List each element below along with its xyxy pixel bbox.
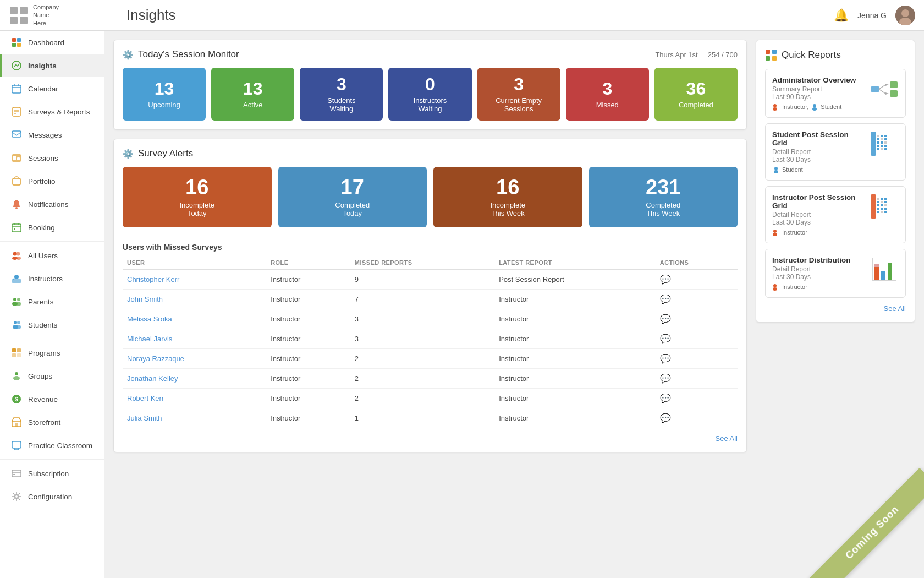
sidebar-item-booking[interactable]: Booking <box>0 216 104 239</box>
action-message-icon[interactable]: 💬 <box>660 275 671 284</box>
tile-active[interactable]: 13 Active <box>211 68 294 121</box>
svg-point-51 <box>13 376 20 380</box>
sidebar-item-calendar[interactable]: Calendar <box>0 77 104 100</box>
user-link[interactable]: Melissa Sroka <box>127 315 172 323</box>
tile-instructors-waiting[interactable]: 0 InstructorsWaiting <box>388 68 471 121</box>
action-message-icon[interactable]: 💬 <box>660 413 671 423</box>
user-link[interactable]: Julia Smith <box>127 414 162 422</box>
tile-empty-sessions-number: 3 <box>514 75 524 93</box>
qr-item-admin-overview[interactable]: Administrator Overview Summary Report La… <box>765 69 906 118</box>
see-all-surveys[interactable]: See All <box>123 433 738 443</box>
svg-rect-94 <box>884 141 887 144</box>
sidebar-item-portfolio[interactable]: Portfolio <box>0 170 104 193</box>
svg-point-97 <box>773 230 777 233</box>
qr-item-admin-days: Last 90 Days <box>772 93 866 101</box>
sidebar-label-practice: Practice Classroom <box>28 441 92 450</box>
quick-reports-card: Quick Reports Administrator Overview Sum… <box>756 40 915 323</box>
action-message-icon[interactable]: 💬 <box>660 394 671 403</box>
cell-latest: Instructor <box>494 369 656 389</box>
qr-item-instructor-dist[interactable]: Instructor Distribution Detail Report La… <box>765 249 906 298</box>
groups-icon <box>10 370 23 382</box>
sidebar-item-notifications[interactable]: Notifications <box>0 193 104 216</box>
survey-incomplete-today-number: 16 <box>185 177 208 198</box>
qr-item-instructor-grid[interactable]: Instructor Post Session Grid Detail Repo… <box>765 186 906 243</box>
svg-rect-112 <box>884 204 887 206</box>
survey-tile-incomplete-week[interactable]: 16 IncompleteThis Week <box>433 167 582 227</box>
cell-latest: Instructor <box>494 309 656 329</box>
svg-point-41 <box>16 302 21 306</box>
tile-active-label: Active <box>243 101 262 109</box>
action-message-icon[interactable]: 💬 <box>660 374 671 383</box>
content-area: ⚙️ Today's Session Monitor Thurs Apr 1st… <box>105 31 924 578</box>
user-avatar[interactable] <box>895 6 915 25</box>
table-row: Jonathan Kelley Instructor 2 Instructor … <box>123 369 738 389</box>
action-message-icon[interactable]: 💬 <box>660 354 671 363</box>
table-row: Melissa Sroka Instructor 3 Instructor 💬 <box>123 309 738 329</box>
sidebar-item-programs[interactable]: Programs <box>0 341 104 364</box>
see-all-surveys-link[interactable]: See All <box>716 434 738 443</box>
qr-see-all[interactable]: See All <box>765 303 906 313</box>
cell-user: Noraya Razzaque <box>123 349 266 369</box>
action-message-icon[interactable]: 💬 <box>660 295 671 304</box>
cell-missed: 2 <box>350 369 494 389</box>
sidebar-item-surveys[interactable]: Surveys & Reports <box>0 100 104 123</box>
tile-instructors-waiting-label: InstructorsWaiting <box>414 96 447 113</box>
action-message-icon[interactable]: 💬 <box>660 334 671 343</box>
survey-tile-completed-today[interactable]: 17 CompletedToday <box>278 167 427 227</box>
notification-bell-icon[interactable]: 🔔 <box>834 8 849 23</box>
tile-completed[interactable]: 36 Completed <box>654 68 738 121</box>
svg-rect-85 <box>877 145 879 147</box>
svg-rect-84 <box>877 141 879 144</box>
svg-point-39 <box>17 298 20 301</box>
qr-item-dist-text: Instructor Distribution Detail Report La… <box>772 256 866 291</box>
user-link[interactable]: Christopher Kerr <box>127 275 179 283</box>
sidebar-item-parents[interactable]: Parents <box>0 290 104 313</box>
svg-rect-119 <box>875 267 879 280</box>
svg-rect-92 <box>884 135 887 137</box>
action-message-icon[interactable]: 💬 <box>660 314 671 324</box>
sidebar-item-groups[interactable]: Groups <box>0 364 104 388</box>
qr-item-instructor-tags: Instructor <box>772 228 866 236</box>
sidebar-item-practice[interactable]: Practice Classroom <box>0 434 104 457</box>
tile-upcoming[interactable]: 13 Upcoming <box>123 68 206 121</box>
svg-rect-67 <box>772 56 777 61</box>
qr-item-admin-type: Summary Report <box>772 85 866 93</box>
sidebar-item-configuration[interactable]: Configuration <box>0 485 104 508</box>
user-link[interactable]: Michael Jarvis <box>127 335 172 343</box>
qr-item-dist-days: Last 30 Days <box>772 273 866 281</box>
sidebar-item-insights[interactable]: Insights <box>0 54 104 77</box>
sidebar-item-subscription[interactable]: Subscription <box>0 462 104 485</box>
sidebar-item-sessions[interactable]: Sessions <box>0 146 104 170</box>
sidebar-label-groups: Groups <box>28 372 52 380</box>
user-link[interactable]: Robert Kerr <box>127 394 164 402</box>
qr-item-student-grid[interactable]: Student Post Session Grid Detail Report … <box>765 123 906 181</box>
survey-tile-incomplete-today[interactable]: 16 IncompleteToday <box>123 167 272 227</box>
sidebar-label-instructors: Instructors <box>28 275 63 283</box>
tile-empty-sessions[interactable]: 3 Current EmptySessions <box>477 68 560 121</box>
user-link[interactable]: John Smith <box>127 295 163 303</box>
sidebar-item-storefront[interactable]: Storefront <box>0 411 104 434</box>
sidebar-item-messages[interactable]: Messages <box>0 123 104 146</box>
missed-surveys-title: Users with Missed Surveys <box>123 243 738 252</box>
col-actions: Actions <box>656 256 738 270</box>
sidebar-item-dashboard[interactable]: Dashboard <box>0 31 104 54</box>
svg-rect-64 <box>766 50 770 54</box>
qr-item-dist-type: Detail Report <box>772 265 866 273</box>
sidebar-item-instructors[interactable]: Instructors <box>0 267 104 290</box>
svg-rect-30 <box>14 228 15 230</box>
tile-missed[interactable]: 3 Missed <box>566 68 649 121</box>
cell-latest: Instructor <box>494 290 656 309</box>
svg-point-50 <box>15 372 18 375</box>
sidebar-item-revenue[interactable]: $ Revenue <box>0 388 104 411</box>
tile-students-waiting[interactable]: 3 StudentsWaiting <box>300 68 383 121</box>
sidebar-label-revenue: Revenue <box>28 395 58 403</box>
user-link[interactable]: Jonathan Kelley <box>127 374 178 383</box>
sidebar-item-students[interactable]: Students <box>0 313 104 336</box>
cell-missed: 7 <box>350 290 494 309</box>
qr-see-all-link[interactable]: See All <box>884 304 906 313</box>
user-link[interactable]: Noraya Razzaque <box>127 355 184 363</box>
sidebar-item-all-users[interactable]: All Users <box>0 244 104 267</box>
survey-tile-completed-week[interactable]: 231 CompletedThis Week <box>589 167 738 227</box>
tile-completed-number: 36 <box>686 80 706 97</box>
tile-upcoming-number: 13 <box>155 80 174 97</box>
